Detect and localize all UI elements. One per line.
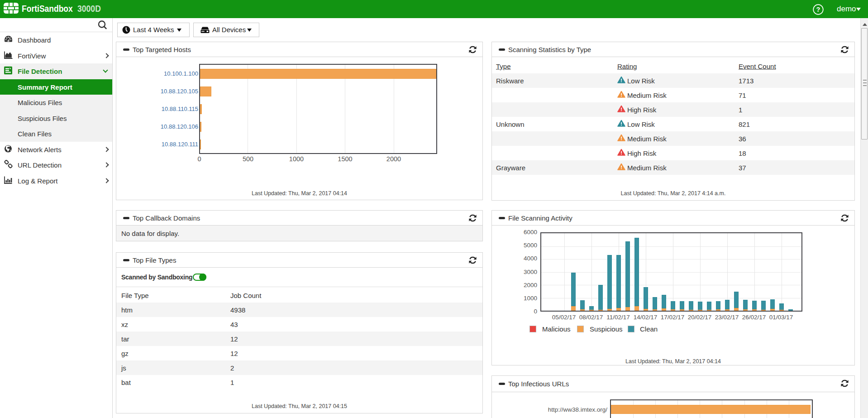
svg-text:?: ? bbox=[816, 6, 820, 13]
